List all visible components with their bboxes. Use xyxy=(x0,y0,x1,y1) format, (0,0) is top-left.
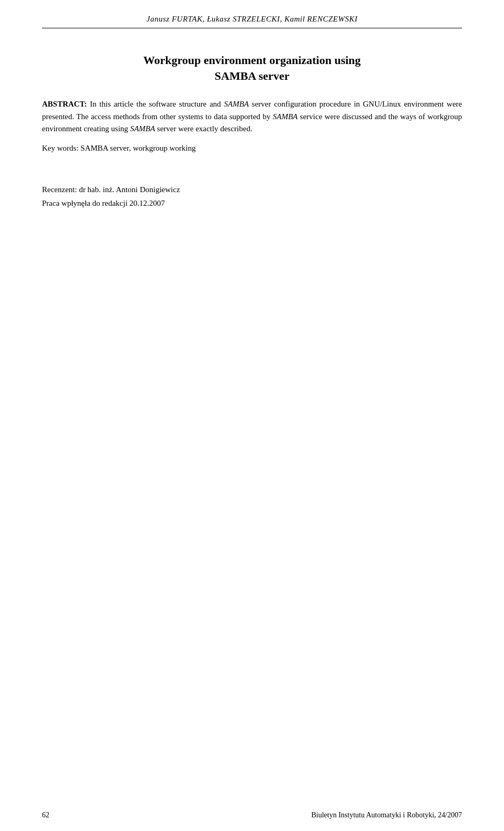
title-line2: SAMBA server xyxy=(215,69,289,82)
samba-italic-2: SAMBA xyxy=(273,112,298,121)
abstract-paragraph: ABSTRACT: In this article the software s… xyxy=(42,98,462,135)
footer-page-number: 62 xyxy=(42,811,49,819)
keywords-value: SAMBA server, workgroup working xyxy=(80,144,195,152)
title-section: Workgroup environment organization using… xyxy=(42,52,462,83)
abstract-to: to xyxy=(205,112,212,121)
abstract-label: ABSTRACT: xyxy=(42,100,87,108)
samba-italic-3: SAMBA xyxy=(130,124,155,133)
title-line1: Workgroup environment organization using xyxy=(143,54,361,67)
reviewer-section: Recenzent: dr hab. inż. Antoni Donigiewi… xyxy=(42,183,462,210)
abstract-mid5: server were exactly described. xyxy=(155,124,252,133)
footer-journal: Biuletyn Instytutu Automatyki i Robotyki… xyxy=(311,811,462,819)
abstract-section: ABSTRACT: In this article the software s… xyxy=(42,98,462,154)
samba-italic-1: SAMBA xyxy=(224,100,248,108)
abstract-mid3: data supported by xyxy=(212,112,273,121)
author-line: Janusz FURTAK, Łukasz STRZELECKI, Kamil … xyxy=(42,15,462,24)
abstract-other: other xyxy=(160,112,176,121)
abstract-mid2: systems xyxy=(176,112,205,121)
header-section: Janusz FURTAK, Łukasz STRZELECKI, Kamil … xyxy=(42,0,462,33)
main-title: Workgroup environment organization using… xyxy=(42,52,462,83)
header-divider xyxy=(42,28,462,28)
abstract-intro: In this article the software structure a… xyxy=(90,100,224,108)
reviewer-line1: Recenzent: dr hab. inż. Antoni Donigiewi… xyxy=(42,183,462,197)
keywords-line: Key words: SAMBA server, workgroup worki… xyxy=(42,142,462,154)
page-container: Janusz FURTAK, Łukasz STRZELECKI, Kamil … xyxy=(0,0,504,831)
authors-text: Janusz FURTAK, Łukasz STRZELECKI, Kamil … xyxy=(146,15,358,23)
reviewer-line2: Praca wpłynęła do redakcji 20.12.2007 xyxy=(42,197,462,211)
keywords-label: Key words: xyxy=(42,144,79,152)
footer-section: 62 Biuletyn Instytutu Automatyki i Robot… xyxy=(0,811,504,819)
